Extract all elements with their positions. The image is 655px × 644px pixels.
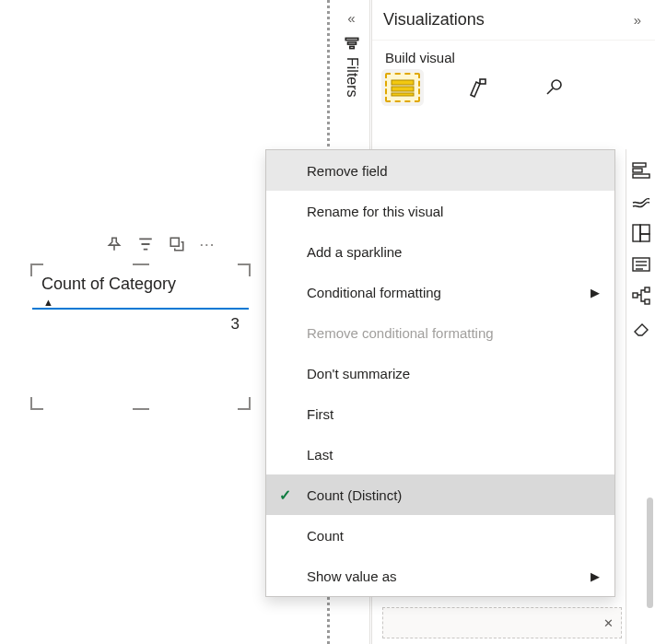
treemap-icon[interactable] <box>631 223 651 243</box>
card-icon[interactable] <box>631 254 651 275</box>
build-visual-tab[interactable] <box>385 73 420 102</box>
svg-rect-14 <box>640 234 649 241</box>
resize-handle[interactable] <box>238 263 251 276</box>
resize-handle[interactable] <box>133 263 149 271</box>
field-well-placeholder[interactable] <box>382 607 622 638</box>
menu-item-label: Rename for this visual <box>307 204 443 219</box>
resize-handle[interactable] <box>238 397 251 410</box>
decomposition-tree-icon[interactable] <box>631 286 651 306</box>
svg-rect-13 <box>640 225 649 234</box>
menu-item-label: Don't summarize <box>307 366 410 381</box>
menu-last[interactable]: Last <box>266 434 614 474</box>
resize-handle[interactable] <box>133 403 149 410</box>
menu-item-label: Add a sparkline <box>307 244 402 260</box>
svg-rect-10 <box>633 169 642 172</box>
menu-item-label: Show value as <box>307 568 397 584</box>
collapse-pane-icon[interactable]: » <box>627 10 648 30</box>
menu-item-label: First <box>307 406 333 422</box>
format-visual-tab[interactable] <box>461 73 496 102</box>
menu-remove-field[interactable]: Remove field <box>266 150 614 191</box>
svg-rect-5 <box>392 87 414 91</box>
expand-filters-icon[interactable]: « <box>342 7 362 28</box>
menu-add-sparkline[interactable]: Add a sparkline <box>266 231 614 272</box>
menu-item-label: Remove conditional formatting <box>307 325 494 341</box>
svg-rect-2 <box>347 42 356 44</box>
svg-rect-20 <box>645 287 649 292</box>
pane-title: Visualizations <box>378 10 627 29</box>
submenu-caret-icon: ▶ <box>591 569 600 583</box>
svg-rect-1 <box>345 38 358 40</box>
menu-conditional-formatting[interactable]: Conditional formatting ▶ <box>266 272 614 312</box>
svg-point-8 <box>552 80 561 89</box>
sort-ascending-icon: ▲ <box>43 298 249 308</box>
build-tabs <box>372 71 655 110</box>
menu-item-label: Last <box>307 447 333 463</box>
resize-handle[interactable] <box>30 397 43 410</box>
menu-dont-summarize[interactable]: Don't summarize <box>266 353 614 393</box>
checkmark-icon: ✓ <box>279 486 291 504</box>
menu-item-label: Count <box>307 528 344 544</box>
svg-rect-11 <box>633 174 649 178</box>
menu-show-value-as[interactable]: Show value as ▶ <box>266 556 614 596</box>
svg-rect-7 <box>480 79 485 84</box>
menu-remove-conditional-formatting: Remove conditional formatting <box>266 312 614 353</box>
svg-rect-19 <box>633 293 637 298</box>
pin-icon[interactable] <box>106 236 123 255</box>
menu-first[interactable]: First <box>266 393 614 434</box>
menu-count[interactable]: Count <box>266 515 614 556</box>
eraser-icon[interactable] <box>631 317 651 337</box>
more-options-icon[interactable]: ··· <box>200 238 216 254</box>
svg-rect-0 <box>170 238 179 246</box>
menu-item-label: Remove field <box>307 163 388 179</box>
ribbon-chart-icon[interactable] <box>631 192 651 212</box>
svg-rect-9 <box>633 163 646 167</box>
visual-value: 3 <box>32 310 249 339</box>
menu-count-distinct[interactable]: ✓ Count (Distinct) <box>266 474 614 515</box>
filter-icon[interactable] <box>137 236 154 255</box>
resize-handle[interactable] <box>30 263 43 276</box>
visual-header-toolbar: ··· <box>106 236 216 255</box>
menu-item-label: Count (Distinct) <box>307 487 402 503</box>
remove-field-x-icon[interactable]: ✕ <box>600 615 616 631</box>
stacked-bar-icon[interactable] <box>631 160 651 181</box>
scrollbar[interactable] <box>647 498 653 608</box>
svg-rect-6 <box>392 93 414 96</box>
filters-icon <box>344 35 360 52</box>
card-visual[interactable]: Count of Category ▲ 3 <box>32 265 249 408</box>
submenu-caret-icon: ▶ <box>591 286 600 299</box>
svg-rect-4 <box>392 80 414 85</box>
menu-rename[interactable]: Rename for this visual <box>266 191 614 231</box>
svg-rect-12 <box>633 225 640 241</box>
svg-rect-3 <box>349 46 354 48</box>
field-context-menu: Remove field Rename for this visual Add … <box>265 149 615 597</box>
build-visual-label: Build visual <box>372 41 655 71</box>
focus-mode-icon[interactable] <box>169 236 185 255</box>
analytics-tab[interactable] <box>536 73 571 102</box>
svg-rect-21 <box>645 299 649 304</box>
filters-label: Filters <box>344 57 360 98</box>
menu-item-label: Conditional formatting <box>307 285 441 300</box>
